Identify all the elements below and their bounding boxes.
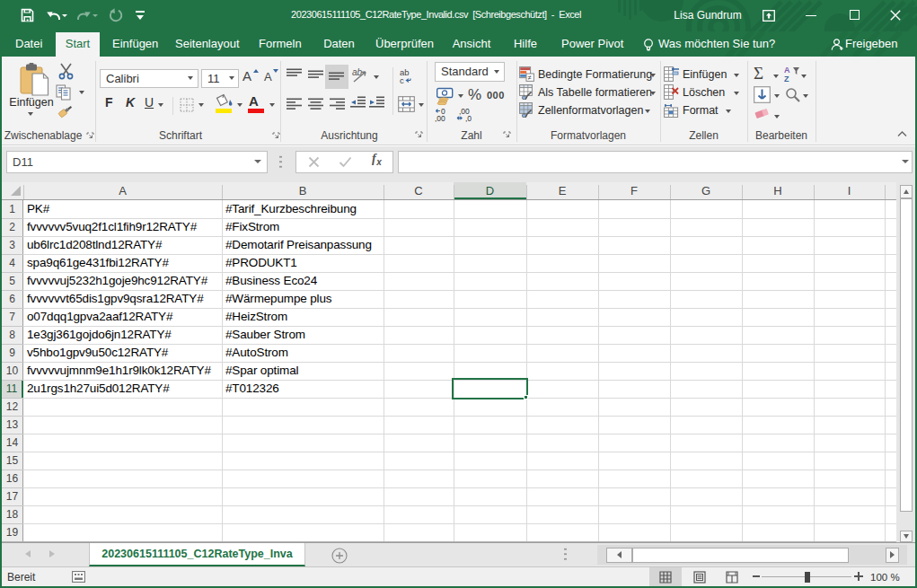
svg-text:,0: ,0 — [465, 114, 472, 123]
svg-text:,00: ,00 — [435, 114, 445, 123]
svg-text:A: A — [784, 66, 790, 75]
svg-text:c: c — [400, 75, 404, 85]
svg-text:≠: ≠ — [528, 74, 532, 82]
svg-text:Z: Z — [784, 75, 789, 83]
